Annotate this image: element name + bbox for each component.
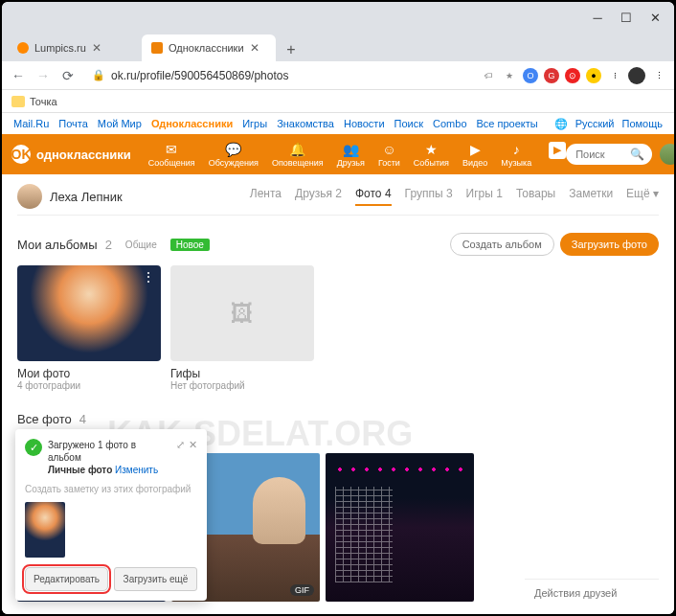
nav-music[interactable]: ♪Музыка: [501, 142, 531, 168]
globe-icon: 🌐: [554, 118, 568, 130]
close-icon[interactable]: ✕: [189, 439, 197, 451]
friends-activity[interactable]: Действия друзей: [525, 579, 659, 606]
mailru-link[interactable]: Mail.Ru: [13, 118, 49, 129]
favicon-icon: [151, 42, 163, 54]
change-link[interactable]: Изменить: [115, 465, 158, 475]
mailru-link[interactable]: Combo: [433, 118, 466, 129]
toast-message: Загружено 1 фото в альбом Личные фото Из…: [48, 439, 170, 476]
url-text: ok.ru/profile/590056450869/photos: [111, 69, 288, 82]
nav-discussions[interactable]: 💬Обсуждения: [209, 142, 259, 168]
nav-events[interactable]: ★События: [414, 142, 449, 168]
toast-note[interactable]: Создать заметку из этих фотографий: [25, 484, 197, 494]
album-thumbnail: ⋮: [17, 265, 161, 361]
star-icon: ★: [422, 142, 439, 157]
tab-photos[interactable]: Фото 4: [355, 187, 392, 206]
checkmark-icon: ✓: [25, 439, 42, 456]
albums-title: Мои альбомы: [17, 238, 98, 252]
mailru-link[interactable]: Поиск: [394, 118, 423, 129]
tab-friends[interactable]: Друзья 2: [295, 187, 342, 206]
bell-icon: 🔔: [289, 142, 306, 157]
album-name: Мои фото: [17, 367, 161, 380]
nav-reload[interactable]: ⟳: [59, 67, 77, 84]
tag-common[interactable]: Общие: [120, 239, 163, 251]
uploaded-photo-thumb[interactable]: [25, 502, 65, 558]
nav-forward[interactable]: →: [34, 67, 52, 84]
lock-icon: 🔒: [92, 69, 105, 81]
mailru-link[interactable]: Все проекты: [477, 118, 538, 129]
help-link[interactable]: Помощь: [622, 118, 664, 129]
ext-icon[interactable]: 🏷: [481, 68, 496, 83]
album-meta: Нет фотографий: [170, 380, 314, 391]
browser-tab[interactable]: Одноклассники ✕: [142, 34, 276, 61]
ext-icon[interactable]: ⊙: [565, 68, 580, 83]
win-close[interactable]: ✕: [649, 11, 661, 23]
nav-notifications[interactable]: 🔔Оповещения: [272, 142, 324, 168]
nav-guests[interactable]: ☺Гости: [378, 142, 400, 168]
nav-friends[interactable]: 👥Друзья: [337, 142, 365, 168]
ext-icon[interactable]: O: [523, 68, 538, 83]
mailru-link[interactable]: Знакомства: [277, 118, 334, 129]
tab-feed[interactable]: Лента: [250, 187, 282, 206]
mailru-link[interactable]: Мой Мир: [98, 118, 142, 129]
ok-logo-icon: OK: [11, 145, 31, 164]
expand-icon[interactable]: ⤢: [176, 439, 185, 451]
ext-icon[interactable]: G: [544, 68, 559, 83]
tab-more[interactable]: Ещё ▾: [626, 187, 659, 206]
ext-icon[interactable]: ★: [502, 68, 517, 83]
tab-notes[interactable]: Заметки: [569, 187, 613, 206]
album-card[interactable]: 🖼 Гифы Нет фотографий: [170, 265, 314, 391]
photo-thumbnail[interactable]: [326, 453, 474, 602]
tab-groups[interactable]: Группы 3: [405, 187, 453, 206]
profile-name[interactable]: Леха Лепник: [50, 190, 123, 204]
upload-more-button[interactable]: Загрузить ещё: [114, 567, 197, 591]
favicon-icon: [17, 42, 29, 54]
mailru-link[interactable]: Почта: [58, 118, 88, 129]
folder-icon: [11, 96, 25, 107]
win-minimize[interactable]: ─: [592, 11, 603, 23]
bookmark-item[interactable]: Точка: [30, 96, 57, 107]
address-bar[interactable]: 🔒 ok.ru/profile/590056450869/photos: [84, 69, 473, 82]
nav-video[interactable]: ▶Видео: [462, 142, 487, 168]
create-album-button[interactable]: Создать альбом: [450, 233, 554, 256]
envelope-icon: ✉: [163, 142, 180, 157]
ext-icon[interactable]: ⁝: [607, 68, 622, 83]
mailru-bar: Mail.Ru Почта Мой Мир Одноклассники Игры…: [2, 113, 674, 134]
ok-brand: одноклассники: [36, 148, 131, 162]
upload-toast: ✓ Загружено 1 фото в альбом Личные фото …: [15, 429, 207, 601]
edit-button[interactable]: Редактировать: [25, 567, 108, 591]
lang-link[interactable]: Русский: [575, 118, 615, 129]
tab-goods[interactable]: Товары: [516, 187, 555, 206]
image-icon: 🖼: [231, 300, 254, 327]
allphotos-count: 4: [79, 412, 86, 426]
tab-label: Одноклассники: [169, 42, 244, 54]
nav-back[interactable]: ←: [10, 67, 27, 84]
mailru-link[interactable]: Новости: [344, 118, 385, 129]
mailru-link[interactable]: Игры: [242, 118, 267, 129]
close-icon[interactable]: ✕: [92, 41, 101, 55]
ok-logo[interactable]: OK одноклассники: [11, 145, 131, 164]
search-icon[interactable]: 🔍: [630, 148, 644, 161]
more-icon[interactable]: ⋮: [142, 269, 155, 285]
bookmarks-bar: Точка: [2, 90, 674, 113]
play-icon[interactable]: ▶: [549, 142, 566, 159]
user-avatar[interactable]: [660, 144, 676, 165]
win-maximize[interactable]: ☐: [620, 11, 632, 23]
users-icon: 👥: [342, 142, 359, 157]
nav-messages[interactable]: ✉Сообщения: [148, 142, 195, 168]
album-meta: 4 фотографии: [17, 380, 161, 391]
new-tab-button[interactable]: +: [280, 38, 303, 61]
music-icon: ♪: [507, 142, 525, 157]
close-icon[interactable]: ✕: [250, 41, 259, 55]
tab-games[interactable]: Игры 1: [466, 187, 503, 206]
album-card[interactable]: ⋮ Мои фото 4 фотографии: [17, 265, 161, 391]
profile-avatar-icon[interactable]: [628, 67, 645, 84]
upload-photo-button[interactable]: Загрузить фото: [560, 233, 659, 256]
album-name: Гифы: [170, 367, 314, 380]
browser-tab[interactable]: Lumpics.ru ✕: [8, 34, 142, 61]
profile-avatar[interactable]: [17, 184, 42, 209]
ok-header: OK одноклассники ✉Сообщения 💬Обсуждения …: [2, 134, 674, 174]
tag-new[interactable]: Новое: [170, 239, 210, 251]
menu-icon[interactable]: ⋮: [651, 68, 666, 83]
mailru-link[interactable]: Одноклассники: [151, 118, 233, 129]
ext-icon[interactable]: ●: [586, 68, 601, 83]
